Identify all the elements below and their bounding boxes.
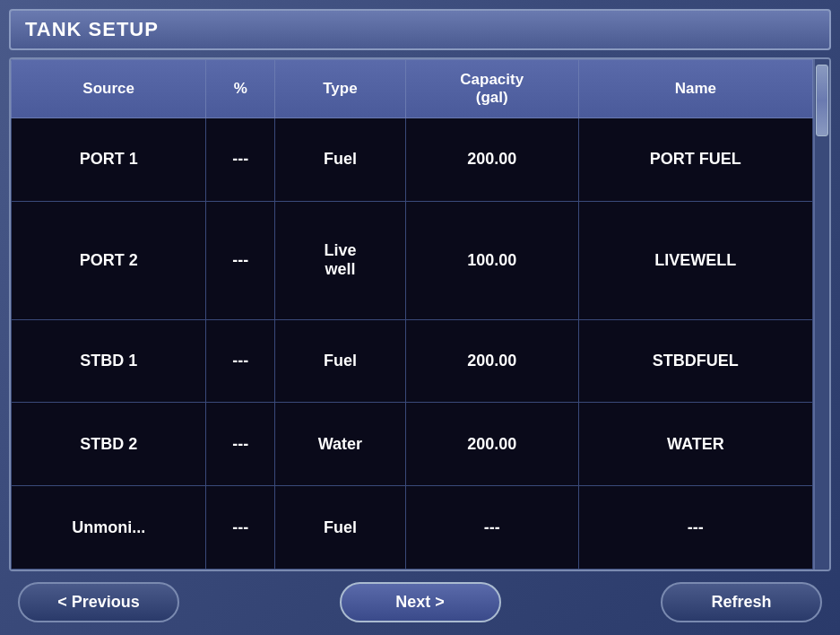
table-body: PORT 1---Fuel200.00PORT FUELPORT 2---Liv… xyxy=(12,118,813,570)
table-row[interactable]: Unmoni...---Fuel------ xyxy=(12,486,813,570)
tank-table: Source%TypeCapacity (gal)Name PORT 1---F… xyxy=(11,59,813,570)
cell-source: STBD 1 xyxy=(12,319,206,403)
screen: TANK SETUP Source%TypeCapacity (gal)Name… xyxy=(0,0,840,635)
cell-source: Unmoni... xyxy=(12,486,206,570)
cell-name: STBDFUEL xyxy=(578,319,812,403)
title-bar: TANK SETUP xyxy=(9,9,831,50)
bottom-bar: < Previous Next > Refresh xyxy=(9,578,831,626)
cell-name: LIVEWELL xyxy=(578,201,812,319)
cell-type: Fuel xyxy=(275,319,406,403)
next-button[interactable]: Next > xyxy=(340,582,501,622)
cell-source: STBD 2 xyxy=(12,403,206,486)
cell-capacity: 200.00 xyxy=(405,403,578,486)
cell-source: PORT 1 xyxy=(12,118,206,202)
column-header-capacity: Capacity (gal) xyxy=(405,60,578,118)
page-title: TANK SETUP xyxy=(25,18,159,40)
table-wrapper: Source%TypeCapacity (gal)Name PORT 1---F… xyxy=(11,59,813,570)
cell-capacity: 200.00 xyxy=(405,319,578,403)
scrollbar-thumb[interactable] xyxy=(816,65,828,136)
column-header-source: Source xyxy=(12,60,206,118)
cell-type: Water xyxy=(275,403,406,486)
table-row[interactable]: PORT 1---Fuel200.00PORT FUEL xyxy=(12,118,813,202)
previous-button[interactable]: < Previous xyxy=(18,582,179,622)
cell-percent: --- xyxy=(206,486,275,570)
refresh-button[interactable]: Refresh xyxy=(661,582,822,622)
column-header-name: Name xyxy=(578,60,812,118)
cell-capacity: --- xyxy=(405,486,578,570)
table-header-row: Source%TypeCapacity (gal)Name xyxy=(12,60,813,118)
cell-name: PORT FUEL xyxy=(578,118,812,202)
table-row[interactable]: PORT 2---Live well100.00LIVEWELL xyxy=(12,201,813,319)
column-header-type: Type xyxy=(275,60,406,118)
cell-capacity: 100.00 xyxy=(405,201,578,319)
scrollbar[interactable] xyxy=(813,59,829,570)
table-row[interactable]: STBD 1---Fuel200.00STBDFUEL xyxy=(12,319,813,403)
cell-type: Fuel xyxy=(275,118,406,202)
cell-percent: --- xyxy=(206,403,275,486)
cell-name: WATER xyxy=(578,403,812,486)
cell-percent: --- xyxy=(206,319,275,403)
cell-source: PORT 2 xyxy=(12,201,206,319)
cell-percent: --- xyxy=(206,201,275,319)
cell-capacity: 200.00 xyxy=(405,118,578,202)
column-header-percent: % xyxy=(206,60,275,118)
cell-percent: --- xyxy=(206,118,275,202)
cell-type: Live well xyxy=(275,201,406,319)
cell-name: --- xyxy=(578,486,812,570)
table-container: Source%TypeCapacity (gal)Name PORT 1---F… xyxy=(9,57,831,571)
table-row[interactable]: STBD 2---Water200.00WATER xyxy=(12,403,813,486)
cell-type: Fuel xyxy=(275,486,406,570)
